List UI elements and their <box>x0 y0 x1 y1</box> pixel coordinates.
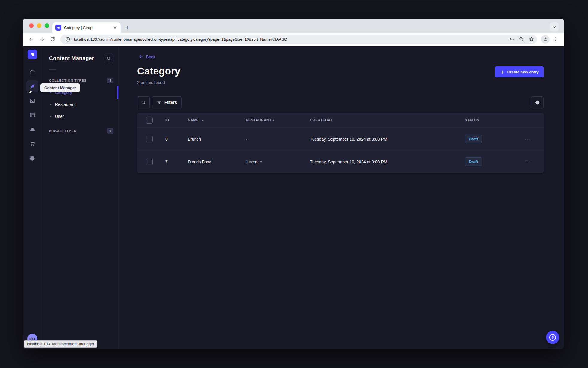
cell-id: 8 <box>165 137 188 142</box>
collection-types-label: COLLECTION TYPES <box>49 79 87 82</box>
cell-createdat: Tuesday, September 10, 2024 at 3:03 PM <box>310 159 465 164</box>
browser-window: Category | Strapi × + localhost:1337/adm… <box>23 19 564 349</box>
cell-id: 7 <box>165 159 188 164</box>
forward-icon[interactable] <box>37 34 47 44</box>
settings-gear-icon[interactable] <box>26 152 38 164</box>
column-header-createdat[interactable]: CREATEDAT <box>310 118 465 122</box>
column-header-id[interactable]: ID <box>165 118 188 122</box>
row-actions-kebab-icon[interactable]: ⋯ <box>525 158 546 165</box>
zoom-page-icon[interactable] <box>518 36 525 43</box>
back-link[interactable]: Back <box>139 54 155 59</box>
back-icon[interactable] <box>26 34 36 44</box>
view-settings-gear-icon[interactable] <box>531 96 544 108</box>
status-badge: Draft <box>465 135 482 143</box>
sidebar-item-restaurant[interactable]: Restaurant <box>42 98 118 110</box>
status-badge: Draft <box>465 157 482 166</box>
strapi-app: KD Content Manager COLLECTION TYPES 3 Ca… <box>23 46 564 349</box>
table-search-icon[interactable] <box>137 96 150 108</box>
tab-title: Category | Strapi <box>64 25 110 30</box>
content-type-builder-icon[interactable] <box>26 109 38 121</box>
create-new-entry-button[interactable]: Create new entry <box>495 66 544 77</box>
password-key-icon[interactable] <box>508 36 515 43</box>
cell-restaurants[interactable]: 1 item ▼ <box>246 159 310 164</box>
zoom-window-button[interactable] <box>45 23 49 28</box>
url-text[interactable]: localhost:1337/admin/content-manager/col… <box>74 37 505 42</box>
table-header-row: ID NAME▲ RESTAURANTS CREATEDAT STATUS <box>137 113 544 127</box>
bookmark-star-icon[interactable] <box>528 36 535 43</box>
table-row[interactable]: 7 French Food 1 item ▼ Tuesday, Septembe… <box>137 150 544 173</box>
browser-tab-strip: Category | Strapi × + <box>23 19 564 33</box>
table-row[interactable]: 8 Brunch - Tuesday, September 10, 2024 a… <box>137 127 544 150</box>
browser-status-bar: localhost:1337/admin/content-manager <box>24 340 97 348</box>
entries-table: ID NAME▲ RESTAURANTS CREATEDAT STATUS 8 … <box>137 113 544 173</box>
row-checkbox[interactable] <box>146 159 153 165</box>
url-bar[interactable]: localhost:1337/admin/content-manager/col… <box>60 35 537 44</box>
tab-search-chevron-icon[interactable] <box>550 22 559 31</box>
question-mark-icon: ? <box>549 334 556 341</box>
subnav-title: Content Manager <box>49 55 94 62</box>
reload-icon[interactable] <box>48 34 57 44</box>
help-button[interactable]: ? <box>546 331 559 344</box>
row-checkbox[interactable] <box>146 136 153 142</box>
column-header-status[interactable]: STATUS <box>465 118 525 122</box>
cell-name: French Food <box>188 159 246 164</box>
browser-profile-avatar[interactable] <box>541 35 550 44</box>
single-types-count-badge: 0 <box>107 128 113 134</box>
subnav-divider <box>49 69 56 70</box>
browser-menu-kebab-icon[interactable] <box>551 34 560 44</box>
subnav-search-icon[interactable] <box>104 54 113 63</box>
home-icon[interactable] <box>26 66 38 78</box>
browser-tab[interactable]: Category | Strapi × <box>52 22 121 33</box>
sort-asc-icon: ▲ <box>201 119 204 122</box>
column-header-restaurants[interactable]: RESTAURANTS <box>246 118 310 122</box>
single-types-label: SINGLE TYPES <box>49 129 76 133</box>
content-manager-tooltip: Content Manager <box>40 83 80 92</box>
close-window-button[interactable] <box>29 23 34 28</box>
hand-cursor-icon <box>28 88 33 94</box>
new-tab-button[interactable]: + <box>124 24 131 32</box>
tab-close-icon[interactable]: × <box>112 25 118 30</box>
minimize-window-button[interactable] <box>37 23 41 28</box>
sidebar-item-user[interactable]: User <box>42 110 118 122</box>
cell-restaurants: - <box>246 137 310 142</box>
bullet-icon <box>50 116 51 117</box>
bullet-icon <box>50 104 51 105</box>
strapi-logo[interactable] <box>28 50 37 59</box>
column-header-name[interactable]: NAME▲ <box>188 118 246 122</box>
cell-createdat: Tuesday, September 10, 2024 at 3:03 PM <box>310 137 465 142</box>
media-library-icon[interactable] <box>26 95 38 107</box>
marketplace-cart-icon[interactable] <box>26 138 38 150</box>
select-all-checkbox[interactable] <box>146 117 153 124</box>
chevron-down-icon: ▼ <box>260 160 263 163</box>
row-actions-kebab-icon[interactable]: ⋯ <box>525 136 546 142</box>
page-title: Category <box>137 66 181 77</box>
browser-toolbar: localhost:1337/admin/content-manager/col… <box>23 33 564 46</box>
collection-types-count-badge: 3 <box>107 78 113 83</box>
active-indicator <box>117 86 118 99</box>
main-content: Back Category Create new entry 2 entries… <box>119 46 564 349</box>
cell-name: Brunch <box>188 137 246 142</box>
strapi-favicon <box>55 25 61 31</box>
entries-count: 2 entries found <box>137 80 544 85</box>
sidebar-item-label: User <box>55 114 64 119</box>
filters-button[interactable]: Filters <box>152 96 182 108</box>
cloud-icon[interactable] <box>26 124 38 136</box>
sidebar-item-label: Restaurant <box>55 102 75 107</box>
rail-divider <box>26 63 38 63</box>
page-info-icon[interactable] <box>64 36 71 43</box>
traffic-lights <box>29 23 49 28</box>
